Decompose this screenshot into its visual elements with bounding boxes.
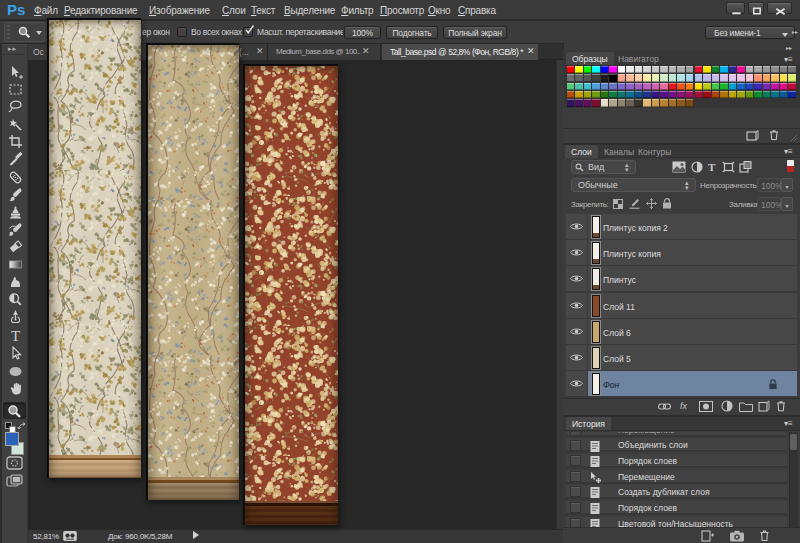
svg-text:T: T	[11, 328, 20, 344]
